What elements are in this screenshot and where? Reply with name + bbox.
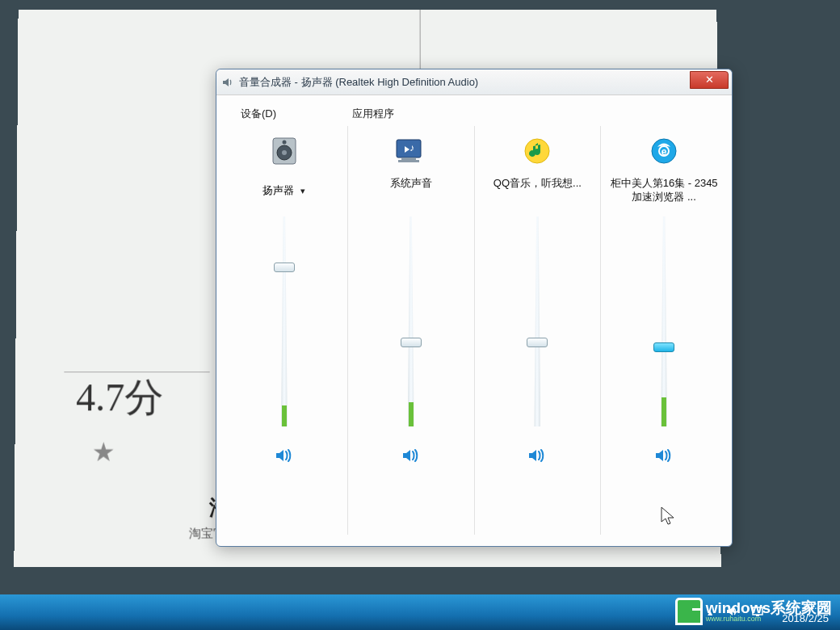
svg-rect-5 — [401, 158, 416, 160]
rating-score: 4.7分 — [76, 372, 164, 423]
volume-slider-device[interactable] — [268, 216, 300, 426]
applications-header: 应用程序 — [344, 107, 394, 121]
svg-rect-4 — [397, 140, 421, 158]
volume-slider-qqmusic[interactable] — [521, 216, 553, 426]
column-qq-music: QQ音乐，听我想... — [475, 126, 602, 535]
titlebar[interactable]: 音量合成器 - 扬声器 (Realtek High Definition Aud… — [216, 69, 732, 95]
app-label-system[interactable]: 系统声音 — [355, 176, 468, 205]
star-icon: ★ — [92, 436, 116, 467]
mute-button[interactable] — [653, 444, 675, 467]
mute-button[interactable] — [273, 444, 296, 467]
svg-text:e: e — [662, 146, 667, 158]
slider-thumb[interactable] — [274, 262, 295, 272]
slider-thumb[interactable] — [401, 338, 422, 347]
section-headers: 设备(D) 应用程序 — [216, 95, 732, 126]
close-button[interactable]: ✕ — [690, 71, 729, 89]
svg-rect-6 — [398, 160, 419, 162]
slider-track — [661, 216, 667, 426]
level-meter — [662, 397, 666, 426]
volume-mixer-window: 音量合成器 - 扬声器 (Realtek High Definition Aud… — [216, 69, 733, 547]
slider-thumb[interactable] — [527, 338, 548, 347]
speaker-icon — [221, 76, 234, 89]
volume-slider-system[interactable] — [395, 216, 427, 426]
column-2345-browser: e 柜中美人第16集 - 2345加速浏览器 ... — [601, 126, 727, 535]
slider-thumb[interactable] — [653, 342, 674, 352]
svg-point-2 — [282, 150, 287, 155]
volume-slider-browser[interactable] — [648, 216, 680, 426]
dropdown-caret-icon[interactable]: ▾ — [300, 186, 305, 196]
window-title: 音量合成器 - 扬声器 (Realtek High Definition Aud… — [239, 75, 478, 90]
svg-point-3 — [282, 141, 286, 145]
watermark-url: www.ruhaitu.com — [706, 615, 832, 623]
app-label-qqmusic[interactable]: QQ音乐，听我想... — [481, 176, 594, 205]
slider-track — [281, 216, 288, 426]
svg-text:♪: ♪ — [410, 142, 414, 153]
bg-divider — [420, 10, 421, 74]
system-sounds-icon[interactable]: ♪ — [393, 132, 430, 170]
mixer-body: 扬声器 ▾ ♪ 系统声音 — [216, 126, 732, 535]
browser-2345-icon[interactable]: e — [645, 132, 682, 170]
mute-button[interactable] — [526, 444, 548, 467]
app-label-browser[interactable]: 柜中美人第16集 - 2345加速浏览器 ... — [607, 176, 720, 205]
watermark-house-icon — [675, 598, 703, 625]
device-label[interactable]: 扬声器 — [262, 183, 294, 198]
column-device-speakers: 扬声器 ▾ — [221, 126, 348, 535]
mute-button[interactable] — [400, 444, 422, 467]
qq-music-icon[interactable] — [519, 132, 556, 170]
level-meter — [409, 402, 414, 426]
speaker-device-icon[interactable] — [266, 132, 303, 170]
column-system-sounds: ♪ 系统声音 — [348, 126, 475, 535]
device-header: 设备(D) — [233, 107, 344, 121]
level-meter — [282, 405, 287, 426]
watermark-title: windows系统家园 — [706, 600, 832, 615]
watermark: windows系统家园 www.ruhaitu.com — [675, 598, 832, 625]
slider-track — [408, 216, 414, 426]
slider-track — [534, 216, 540, 426]
